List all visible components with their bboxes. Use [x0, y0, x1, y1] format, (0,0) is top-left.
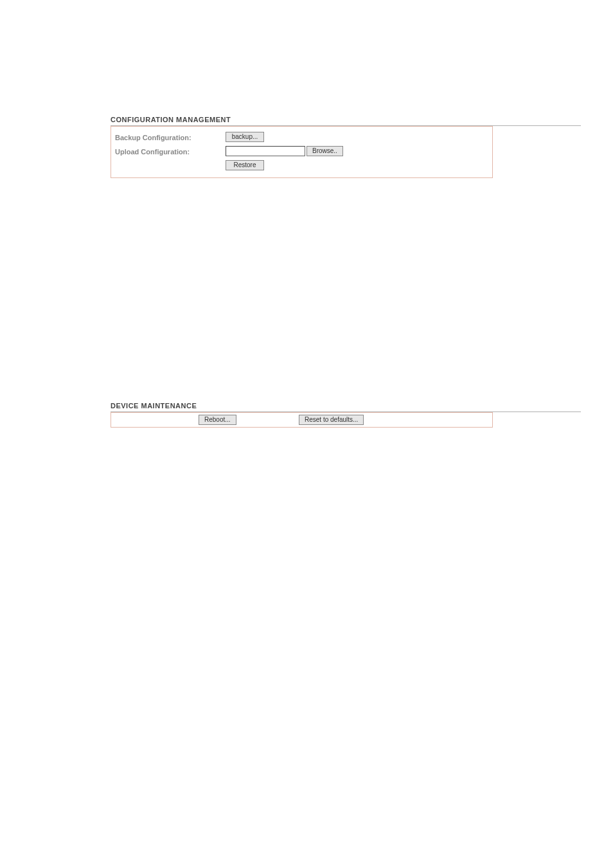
restore-button[interactable]: Restore	[226, 160, 264, 170]
upload-label: Upload Configuration:	[115, 147, 226, 156]
spacer	[111, 178, 581, 402]
upload-filepath-input[interactable]	[226, 146, 305, 156]
config-title: CONFIGURATION MANAGEMENT	[111, 116, 581, 123]
backup-button[interactable]: backup...	[226, 132, 264, 142]
backup-row: Backup Configuration: backup...	[115, 130, 488, 144]
maintenance-box: Reboot... Reset to defaults...	[111, 412, 493, 428]
backup-label: Backup Configuration:	[115, 132, 226, 141]
reboot-button[interactable]: Reboot...	[199, 415, 236, 425]
reset-defaults-button[interactable]: Reset to defaults...	[299, 415, 364, 425]
restore-row: Restore	[115, 158, 488, 172]
restore-spacer	[115, 165, 226, 166]
browse-button[interactable]: Browse..	[306, 146, 343, 156]
upload-row: Upload Configuration: Browse..	[115, 144, 488, 158]
maintenance-title: DEVICE MAINTENANCE	[111, 402, 581, 410]
config-box: Backup Configuration: backup... Upload C…	[111, 126, 493, 178]
